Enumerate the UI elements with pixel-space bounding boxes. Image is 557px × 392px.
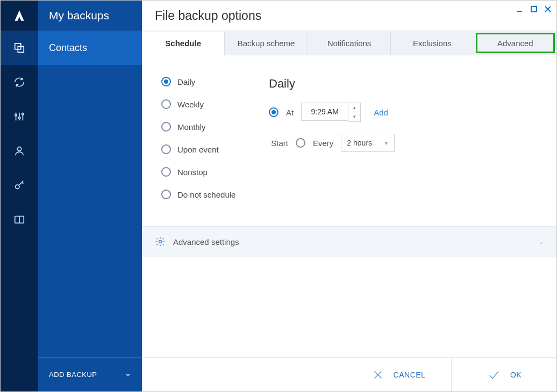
- radio-do-not-schedule[interactable]: Do not schedule: [161, 190, 269, 199]
- add-backup-button[interactable]: ADD BACKUP: [38, 357, 142, 391]
- chevron-down-icon: ⌄: [539, 238, 544, 245]
- side-panel: My backups Contacts ADD BACKUP: [38, 1, 142, 391]
- radio-daily[interactable]: Daily: [161, 77, 269, 86]
- svg-point-8: [17, 147, 21, 151]
- every-label: Every: [313, 139, 333, 148]
- at-time-row: At 9:29 AM ▲ ▼ Add: [269, 103, 556, 122]
- close-button[interactable]: [544, 5, 552, 13]
- app-logo-icon: [1, 1, 38, 31]
- nav-help-icon[interactable]: [1, 202, 38, 237]
- radio-icon: [161, 167, 171, 177]
- time-input[interactable]: 9:29 AM: [301, 103, 348, 121]
- radio-every[interactable]: [296, 138, 305, 148]
- gear-icon: [155, 236, 166, 247]
- advanced-settings-label: Advanced settings: [173, 237, 239, 246]
- radio-icon: [161, 190, 171, 199]
- radio-nonstop[interactable]: Nonstop: [161, 167, 269, 177]
- ok-button[interactable]: OK: [451, 358, 556, 391]
- cancel-label: CANCEL: [394, 371, 426, 379]
- time-spinner: ▲ ▼: [348, 103, 361, 122]
- radio-icon: [161, 99, 171, 109]
- chevron-down-icon: [125, 372, 131, 378]
- radio-monthly[interactable]: Monthly: [161, 122, 269, 132]
- svg-point-16: [159, 241, 162, 243]
- svg-rect-13: [531, 6, 537, 12]
- start-label: Start: [269, 139, 288, 148]
- dialog-footer: CANCEL OK: [142, 357, 556, 391]
- daily-panel-title: Daily: [269, 77, 556, 91]
- radio-icon: [161, 122, 171, 132]
- radio-label: Do not schedule: [177, 190, 235, 199]
- interval-value: 2 hours: [347, 139, 372, 147]
- schedule-area: Daily Weekly Monthly Upon event: [142, 55, 556, 226]
- radio-weekly[interactable]: Weekly: [161, 99, 269, 109]
- chevron-down-icon: ▼: [383, 140, 389, 146]
- nav-key-icon[interactable]: [1, 168, 38, 202]
- close-icon: [372, 369, 384, 381]
- tab-notifications[interactable]: Notifications: [308, 31, 391, 55]
- tab-bar: Schedule Backup scheme Notifications Exc…: [142, 31, 556, 55]
- tab-schedule[interactable]: Schedule: [142, 32, 225, 55]
- svg-point-9: [16, 185, 19, 188]
- spinner-down-button[interactable]: ▼: [348, 112, 360, 121]
- nav-tools-icon[interactable]: [1, 99, 38, 134]
- spinner-up-button[interactable]: ▲: [348, 103, 360, 112]
- advanced-settings-toggle[interactable]: Advanced settings ⌄: [142, 226, 556, 257]
- add-backup-label: ADD BACKUP: [49, 371, 97, 379]
- tab-advanced[interactable]: Advanced: [474, 31, 556, 55]
- nav-sync-icon[interactable]: [1, 65, 38, 99]
- schedule-frequency-group: Daily Weekly Monthly Upon event: [161, 77, 269, 199]
- radio-label: Weekly: [177, 100, 204, 109]
- svg-point-7: [22, 113, 24, 115]
- check-icon: [487, 369, 501, 381]
- nav-rail: [1, 1, 38, 391]
- radio-label: Nonstop: [177, 168, 208, 177]
- window-controls: [516, 5, 552, 13]
- minimize-button[interactable]: [516, 5, 524, 13]
- cancel-button[interactable]: CANCEL: [346, 358, 451, 391]
- svg-point-6: [18, 117, 20, 119]
- daily-settings: Daily At 9:29 AM ▲ ▼ Add: [269, 77, 556, 199]
- radio-upon-event[interactable]: Upon event: [161, 144, 269, 154]
- ok-label: OK: [510, 371, 522, 379]
- radio-label: Daily: [177, 77, 195, 86]
- interval-select[interactable]: 2 hours ▼: [341, 134, 395, 152]
- radio-label: Upon event: [177, 145, 219, 154]
- tab-backup-scheme[interactable]: Backup scheme: [225, 31, 308, 55]
- main-panel: File backup options Schedule Backup sche…: [142, 1, 556, 391]
- radio-icon: [161, 77, 171, 86]
- nav-account-icon[interactable]: [1, 134, 38, 168]
- page-title: File backup options: [142, 1, 556, 31]
- svg-rect-12: [517, 11, 522, 12]
- radio-at[interactable]: [269, 107, 278, 117]
- start-every-row: Start Every 2 hours ▼: [269, 134, 556, 152]
- radio-label: Monthly: [177, 122, 206, 132]
- tab-content: Daily Weekly Monthly Upon event: [142, 55, 556, 391]
- at-label: At: [286, 108, 294, 117]
- app-window: My backups Contacts ADD BACKUP File back…: [0, 0, 557, 392]
- nav-backups-icon[interactable]: [1, 31, 38, 65]
- maximize-button[interactable]: [530, 5, 538, 13]
- add-time-link[interactable]: Add: [374, 108, 388, 117]
- tab-exclusions[interactable]: Exclusions: [391, 31, 474, 55]
- svg-point-5: [15, 114, 17, 116]
- sidebar-item-contacts[interactable]: Contacts: [38, 31, 142, 65]
- radio-icon: [161, 144, 171, 154]
- side-panel-title: My backups: [38, 1, 142, 31]
